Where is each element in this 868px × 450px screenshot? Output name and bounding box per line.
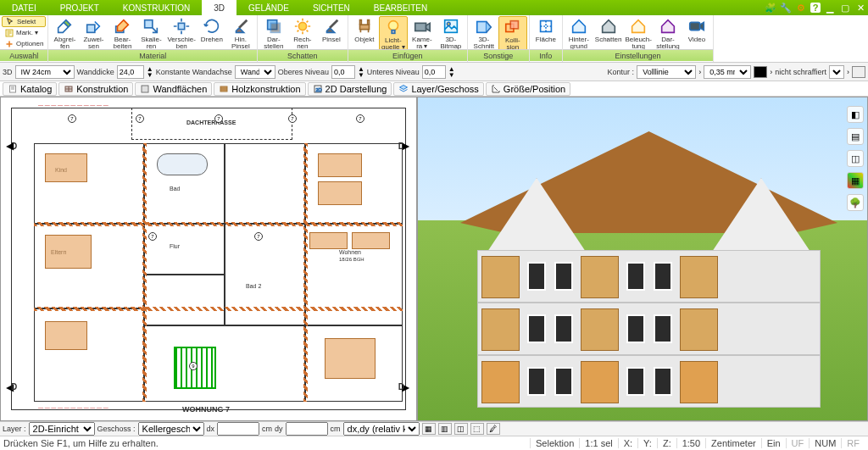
hinpinsel-button[interactable]: Hin. Pinsel	[226, 16, 255, 51]
menu-datei[interactable]: DATEI	[0, 0, 48, 15]
title-icon-1[interactable]: 🧩	[765, 2, 776, 14]
video-button[interactable]: Video	[682, 16, 711, 44]
darstellung-button[interactable]: Dar- stellung	[654, 16, 682, 51]
wanddicke-label: Wanddicke	[77, 68, 114, 76]
kontur-color-swatch[interactable]	[754, 66, 767, 78]
floorplan-pane[interactable]: DACHTERRASSE D D ◀ ▶ Kind Eltern Bad Flu…	[0, 97, 417, 421]
view3d-side-toolbar: ◧ ▤ ◫ ▦ 🌳	[847, 106, 864, 211]
chevron-right-icon-3[interactable]: ›	[847, 68, 849, 76]
menu-gelaende[interactable]: GELÄNDE	[236, 0, 301, 15]
house2-icon	[599, 17, 618, 36]
skalieren-button[interactable]: Skalie- ren	[136, 16, 165, 51]
subtab-holzkonstruktion[interactable]: Holzkonstruktion	[214, 82, 305, 96]
3dschnitt-button[interactable]: 3D- Schnitt	[470, 16, 498, 51]
hatch-select[interactable]	[829, 65, 844, 79]
kontur-size-select[interactable]: 0,35 mm	[704, 65, 751, 79]
floor-1	[477, 355, 821, 408]
window-close-icon[interactable]: ✕	[854, 2, 866, 14]
unteres-input[interactable]	[422, 65, 446, 79]
subtab-greposition[interactable]: Größe/Position	[486, 82, 570, 96]
konst-select[interactable]: Wanda	[235, 65, 275, 79]
sidetool-style-icon[interactable]: ▤	[847, 128, 864, 145]
title-icon-3[interactable]: ⚙	[795, 2, 807, 14]
rechnen-button[interactable]: Rech- nen	[288, 16, 317, 51]
status-selektion: Selektion	[530, 438, 579, 448]
sidetool-tree-icon[interactable]: 🌳	[847, 194, 864, 211]
coord-icon-5[interactable]: 🖉	[487, 423, 500, 435]
cut-icon	[475, 17, 493, 36]
hatch-color-swatch[interactable]	[852, 66, 865, 78]
node-7g: 7	[254, 232, 263, 241]
wanddicke-input[interactable]	[117, 65, 144, 79]
flche-button[interactable]: Fläche	[531, 16, 560, 44]
geschoss-select[interactable]: Kellergesch	[138, 422, 204, 436]
move-icon	[172, 17, 191, 36]
menu-konstruktion[interactable]: KONSTRUKTION	[111, 0, 202, 15]
coord-icon-2[interactable]: ▥	[438, 423, 452, 435]
scale-icon	[142, 17, 160, 36]
zuweisen-button[interactable]: Zuwei- sen	[79, 16, 108, 51]
coord-mode-select[interactable]: dx,dy (relativ ka	[343, 422, 420, 436]
selekt-button[interactable]: Selekt	[2, 16, 46, 27]
dy-input[interactable]	[286, 422, 328, 436]
subtab-konstruktion[interactable]: Konstruktion	[58, 82, 133, 96]
title-icon-2[interactable]: 🔧	[780, 2, 792, 14]
kollision-button[interactable]: Kolli- sion	[498, 16, 527, 53]
lichtquelle-button[interactable]: Licht- quelle ▾	[379, 16, 408, 53]
subtab-katalog[interactable]: Katalog	[3, 82, 57, 96]
pinsel-button[interactable]: Pinsel	[317, 16, 346, 44]
chevron-right-icon[interactable]: ›	[698, 68, 701, 76]
house4-icon	[659, 17, 677, 36]
node-9: 9	[189, 362, 198, 370]
subtab-layergeschoss[interactable]: Layer/Geschoss	[393, 82, 483, 96]
sidetool-view-icon[interactable]: ◫	[847, 150, 864, 167]
window-minimize-icon[interactable]: ▁	[824, 2, 836, 14]
objekt-button[interactable]: Objekt	[350, 16, 379, 44]
oberes-stepper[interactable]: ▲▼	[358, 66, 364, 78]
bitmap-icon	[442, 17, 460, 36]
hintergrund-button[interactable]: Hinter- grund	[565, 16, 593, 51]
menu-3d[interactable]: 3D	[202, 0, 236, 15]
unteres-stepper[interactable]: ▲▼	[448, 66, 455, 78]
help-icon[interactable]: ?	[810, 3, 821, 13]
drehen-button[interactable]: Drehen	[198, 16, 226, 44]
sidetool-layers-icon[interactable]: ◧	[847, 106, 864, 123]
oberes-input[interactable]	[331, 65, 355, 79]
room-flur-label: Flur	[170, 243, 180, 249]
darstellen-button[interactable]: Dar- stellen	[259, 16, 288, 51]
kamera-button[interactable]: Kame- ra ▾	[408, 16, 437, 51]
3d-view-pane[interactable]: ◧ ▤ ◫ ▦ 🌳	[417, 97, 868, 421]
abgreifen-button[interactable]: Abgrei- fen	[50, 16, 79, 51]
coord-icon-4[interactable]: ⬚	[470, 423, 484, 435]
dx-input[interactable]	[217, 422, 259, 436]
optionen-button[interactable]: Optionen	[2, 38, 46, 49]
subtab-label: Größe/Position	[504, 84, 565, 94]
kontur-style-select[interactable]: Volllinie	[637, 65, 696, 79]
menu-sichten[interactable]: SICHTEN	[301, 0, 362, 15]
schatten-button[interactable]: Schatten	[593, 16, 624, 44]
wanddicke-stepper[interactable]: ▲▼	[147, 66, 153, 78]
coord-icon-1[interactable]: ▦	[422, 423, 436, 435]
menu-projekt[interactable]: PROJEKT	[48, 0, 111, 15]
menu-bearbeiten[interactable]: BEARBEITEN	[362, 0, 439, 15]
status-x: X:	[618, 438, 637, 448]
window-maximize-icon[interactable]: ▢	[839, 2, 851, 14]
unteres-label: Unteres Niveau	[367, 68, 420, 76]
sidetool-colors-icon[interactable]: ▦	[847, 172, 864, 189]
coord-icon-3[interactable]: ◫	[454, 423, 468, 435]
mark-button[interactable]: Mark. ▾	[2, 27, 46, 38]
chevron-right-icon-2[interactable]: ›	[770, 68, 772, 76]
wood-icon	[219, 84, 229, 94]
house-icon	[570, 17, 588, 36]
3dbitmap-button[interactable]: 3D- Bitmap	[437, 16, 465, 51]
subtab-2ddarstellung[interactable]: 2D2D Darstellung	[308, 82, 392, 96]
verschieben-button[interactable]: Verschie- ben	[165, 16, 197, 51]
layer-select[interactable]: 2D-Einricht	[29, 422, 95, 436]
bearbeiten-button[interactable]: Bear- beiten	[108, 16, 136, 51]
ribbon-group-auswahl: SelektMark. ▾OptionenAuswahl	[0, 15, 48, 62]
subtab-wandflchen[interactable]: Wandflächen	[135, 82, 212, 96]
svg-point-7	[298, 22, 306, 30]
konst-label: Konstante Wandachse	[156, 68, 232, 76]
wall-type-select[interactable]: IW 24cm	[15, 65, 75, 79]
beleuchtung-button[interactable]: Beleuch- tung	[623, 16, 654, 51]
